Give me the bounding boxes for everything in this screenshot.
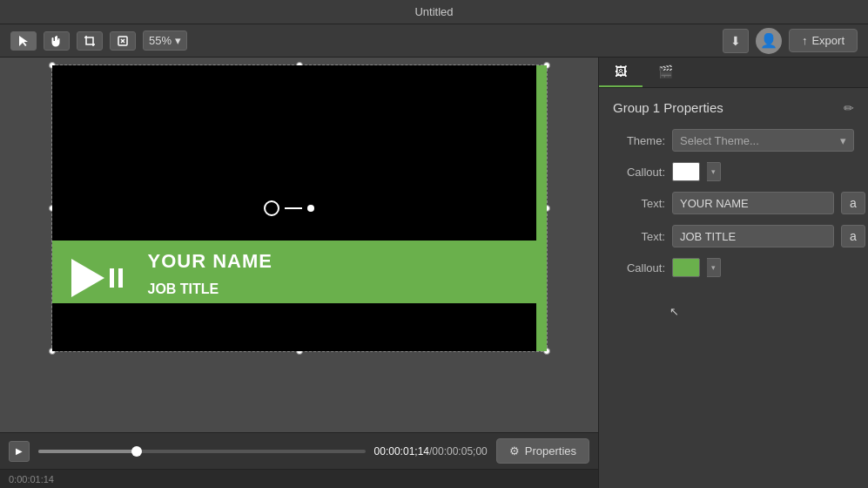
pause-bar-1 xyxy=(110,268,114,288)
callout-color-swatch-2[interactable] xyxy=(672,258,700,277)
theme-select[interactable]: Select Theme... ▾ xyxy=(672,129,854,152)
gear-icon xyxy=(509,444,520,458)
crop-tool-btn[interactable] xyxy=(77,31,103,51)
side-stripe xyxy=(536,65,547,351)
pause-bar-2 xyxy=(118,268,123,288)
zoom-level: 55% xyxy=(149,34,172,47)
hand-tool-btn[interactable] xyxy=(44,31,70,51)
callout-color-swatch-1[interactable] xyxy=(672,162,700,181)
zoom-select[interactable]: 55% ▾ xyxy=(143,30,187,51)
timeline-play-btn[interactable]: ▶ xyxy=(9,441,30,462)
select-tool-btn[interactable] xyxy=(10,31,37,51)
export-icon: ↑ xyxy=(802,34,808,47)
panel-content: Group 1 Properties ✏ Theme: Select Theme… xyxy=(599,88,868,488)
callout-arrow-2[interactable]: ▾ xyxy=(707,258,721,277)
timeline-thumb[interactable] xyxy=(131,446,142,457)
export-label: Export xyxy=(811,34,844,47)
callout-arrow-1[interactable]: ▾ xyxy=(707,162,721,181)
toolbar: 55% ▾ ⬇ 👤 ↑ Export xyxy=(0,24,868,58)
green-bar xyxy=(52,241,547,303)
theme-label: Theme: xyxy=(613,134,665,147)
canvas-wrapper[interactable]: YOUR NAME JOB TITLE xyxy=(0,58,598,432)
motion-line xyxy=(285,207,302,209)
current-time: 00:00:01;14 xyxy=(374,445,429,458)
timeline-progress xyxy=(38,450,137,453)
canvas-area: YOUR NAME JOB TITLE ▶ xyxy=(0,58,598,488)
pause-bars xyxy=(110,268,123,288)
text-name-input[interactable] xyxy=(672,192,834,214)
main-area: YOUR NAME JOB TITLE ▶ xyxy=(0,58,868,488)
cursor-indicator: ↖ xyxy=(670,305,679,318)
text-title-row: Text: a xyxy=(613,225,854,247)
theme-chevron-icon: ▾ xyxy=(840,134,846,147)
callout-row-2: Callout: ▾ xyxy=(613,258,854,277)
timeline-slider[interactable] xyxy=(38,450,366,453)
font-btn-2[interactable]: a xyxy=(841,225,865,247)
canvas-frame[interactable]: YOUR NAME JOB TITLE xyxy=(51,64,548,352)
cursor-area: ↖ xyxy=(613,288,854,340)
export-btn[interactable]: ↑ Export xyxy=(789,29,858,52)
timeline-bar: ▶ 00:00:01;14/00:00:05;00 Properties xyxy=(0,432,598,469)
theme-placeholder: Select Theme... xyxy=(680,134,759,147)
text-name-row: Text: a xyxy=(613,192,854,214)
theme-row: Theme: Select Theme... ▾ xyxy=(613,129,854,152)
text-title-input[interactable] xyxy=(672,225,834,247)
font-btn-1[interactable]: a xyxy=(841,192,865,214)
tab-properties[interactable]: 🖼 xyxy=(599,58,643,87)
callout-label-2: Callout: xyxy=(613,261,665,274)
status-bar: 0:00:01:14 xyxy=(0,469,598,488)
canvas-name-text: YOUR NAME xyxy=(148,250,273,273)
app-title: Untitled xyxy=(414,5,453,18)
time-display: 00:00:01;14/00:00:05;00 xyxy=(374,445,488,458)
zoom-chevron-icon: ▾ xyxy=(175,34,181,47)
status-time: 0:00:01:14 xyxy=(9,474,54,485)
text-label-2: Text: xyxy=(613,230,665,243)
play-icon xyxy=(71,259,104,297)
user-avatar[interactable]: 👤 xyxy=(756,28,782,54)
motion-circle xyxy=(264,200,279,216)
properties-btn-label: Properties xyxy=(525,444,576,458)
total-time: 00:00:05;00 xyxy=(432,445,487,458)
panel-title-row: Group 1 Properties ✏ xyxy=(613,100,854,115)
svg-marker-0 xyxy=(19,36,28,46)
text-label-1: Text: xyxy=(613,197,665,210)
right-panel: 🖼 🎬 Group 1 Properties ✏ Theme: Select T… xyxy=(598,58,868,488)
title-bar: Untitled xyxy=(0,0,868,24)
edit-icon[interactable]: ✏ xyxy=(844,101,854,115)
canvas-title-text: JOB TITLE xyxy=(148,281,219,297)
download-btn[interactable]: ⬇ xyxy=(723,29,749,53)
callout-row-1: Callout: ▾ xyxy=(613,162,854,181)
motion-path xyxy=(264,200,314,216)
play-icon-btn: ▶ xyxy=(16,446,23,456)
properties-btn[interactable]: Properties xyxy=(496,438,589,464)
panel-tabs: 🖼 🎬 xyxy=(599,58,868,88)
canvas-bg: YOUR NAME JOB TITLE xyxy=(52,65,547,351)
motion-dot xyxy=(307,205,314,212)
callout-label-1: Callout: xyxy=(613,166,665,179)
fit-tool-btn[interactable] xyxy=(110,31,136,51)
group-title: Group 1 Properties xyxy=(613,100,723,115)
tab-media[interactable]: 🎬 xyxy=(643,58,689,87)
